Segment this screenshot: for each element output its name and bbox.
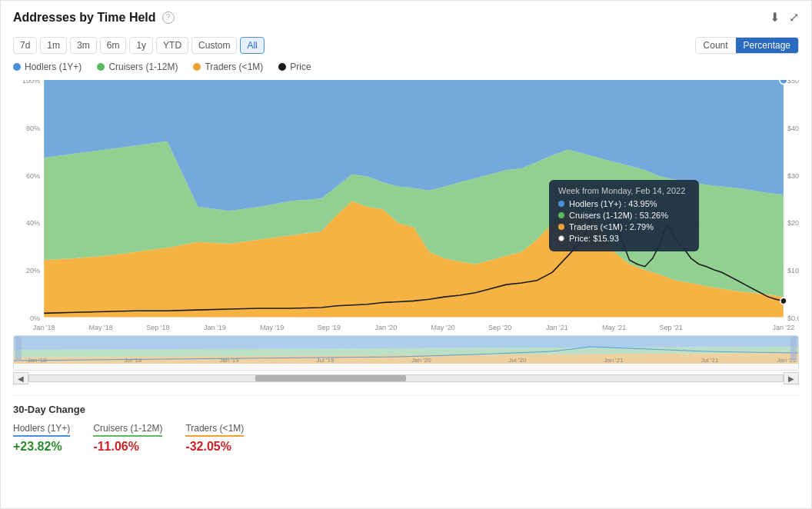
view-count-btn[interactable]: Count: [696, 38, 736, 53]
svg-text:$20.00: $20.00: [787, 219, 799, 227]
svg-text:80%: 80%: [26, 125, 40, 132]
bottom-section: 30-Day Change Hodlers (1Y+) +23.82% Crui…: [13, 395, 799, 454]
legend-hodlers: Hodlers (1Y+): [13, 62, 82, 72]
change-columns: Hodlers (1Y+) +23.82% Cruisers (1-12M) -…: [13, 423, 799, 454]
time-btn-6m[interactable]: 6m: [100, 37, 127, 54]
svg-text:Jan '18: Jan '18: [33, 323, 55, 331]
time-btn-1m[interactable]: 1m: [40, 37, 67, 54]
traders-dot: [193, 63, 201, 71]
svg-text:Jan '19: Jan '19: [219, 357, 239, 364]
chart-area: 100% 80% 60% 40% 20% 0% $50.00 $40.00 $3…: [13, 80, 799, 334]
svg-text:$50.00: $50.00: [787, 80, 799, 85]
header: Addresses by Time Held ? ⬇ ⤢: [13, 10, 799, 25]
scroll-right-arrow[interactable]: ▶: [784, 372, 799, 384]
svg-text:Jan '19: Jan '19: [204, 323, 226, 331]
svg-text:Jul '21: Jul '21: [701, 357, 719, 364]
svg-text:Jul '20: Jul '20: [509, 357, 527, 364]
hodlers-change-value: +23.82%: [13, 440, 70, 454]
svg-text:40%: 40%: [26, 219, 40, 227]
svg-text:$30.00: $30.00: [787, 172, 799, 180]
controls-row: 7d 1m 3m 6m 1y YTD Custom All Count Perc…: [13, 37, 799, 54]
time-btn-ytd[interactable]: YTD: [156, 37, 188, 54]
download-icon[interactable]: ⬇: [770, 10, 780, 25]
scroll-bar-row: ◀ ▶: [13, 372, 799, 384]
svg-text:Jan '22: Jan '22: [773, 323, 795, 331]
svg-text:Jan '21: Jan '21: [546, 323, 568, 331]
scroll-thumb[interactable]: [255, 375, 406, 381]
traders-change-label: Traders (<1M): [185, 423, 244, 437]
time-btn-1y[interactable]: 1y: [129, 37, 153, 54]
time-btn-all[interactable]: All: [240, 37, 264, 54]
svg-text:May '19: May '19: [260, 323, 284, 331]
time-buttons: 7d 1m 3m 6m 1y YTD Custom All: [13, 37, 265, 54]
view-percentage-btn[interactable]: Percentage: [736, 38, 798, 53]
hodlers-change-label: Hodlers (1Y+): [13, 423, 70, 437]
main-container: Addresses by Time Held ? ⬇ ⤢ 7d 1m 3m 6m…: [0, 0, 812, 509]
legend: Hodlers (1Y+) Cruisers (1-12M) Traders (…: [13, 62, 799, 72]
svg-point-23: [780, 80, 787, 84]
cruisers-label: Cruisers (1-12M): [108, 62, 178, 72]
svg-text:100%: 100%: [22, 80, 40, 85]
svg-text:Sep '21: Sep '21: [660, 323, 683, 331]
svg-text:60%: 60%: [26, 172, 40, 180]
legend-price: Price: [278, 62, 311, 72]
time-btn-7d[interactable]: 7d: [13, 37, 37, 54]
svg-text:0%: 0%: [30, 314, 40, 322]
legend-traders: Traders (<1M): [193, 62, 263, 72]
scroll-track: [28, 374, 784, 382]
traders-label: Traders (<1M): [205, 62, 263, 72]
svg-text:May '18: May '18: [89, 323, 113, 331]
scroll-left-arrow[interactable]: ◀: [13, 372, 28, 384]
svg-text:Sep '19: Sep '19: [318, 323, 341, 331]
svg-text:$40.00: $40.00: [787, 125, 799, 132]
svg-text:$0.00: $0.00: [787, 314, 799, 322]
svg-point-22: [780, 298, 787, 304]
legend-cruisers: Cruisers (1-12M): [97, 62, 178, 72]
cruisers-dot: [97, 63, 105, 71]
time-btn-3m[interactable]: 3m: [70, 37, 97, 54]
svg-text:Jan '20: Jan '20: [375, 323, 398, 331]
hodlers-dot: [13, 63, 21, 71]
traders-change-value: -32.05%: [185, 440, 244, 454]
cruisers-change-label: Cruisers (1-12M): [93, 423, 162, 437]
svg-text:Jul '18: Jul '18: [125, 357, 142, 364]
change-col-cruisers: Cruisers (1-12M) -11.06%: [93, 423, 185, 454]
svg-text:$10.00: $10.00: [787, 267, 799, 274]
svg-text:20%: 20%: [26, 267, 40, 274]
header-left: Addresses by Time Held ?: [13, 11, 175, 25]
nav-left-handle[interactable]: [15, 336, 22, 361]
svg-text:Jul '19: Jul '19: [317, 357, 334, 364]
cruisers-change-value: -11.06%: [93, 440, 162, 454]
chart-svg: 100% 80% 60% 40% 20% 0% $50.00 $40.00 $3…: [13, 80, 799, 334]
navigator-area: Jan '18 Jul '18 Jan '19 Jul '19 Jan '20 …: [13, 335, 799, 371]
expand-icon[interactable]: ⤢: [789, 10, 799, 25]
svg-text:Sep '20: Sep '20: [488, 323, 511, 331]
change-title: 30-Day Change: [13, 404, 799, 415]
svg-text:Jan '18: Jan '18: [27, 357, 47, 364]
page-title: Addresses by Time Held: [13, 11, 156, 25]
svg-text:Sep '18: Sep '18: [146, 323, 169, 331]
help-icon[interactable]: ?: [162, 12, 175, 24]
header-actions: ⬇ ⤢: [770, 10, 799, 25]
navigator-svg: Jan '18 Jul '18 Jan '19 Jul '19 Jan '20 …: [14, 336, 798, 364]
svg-text:May '21: May '21: [602, 323, 626, 331]
price-dot: [278, 63, 286, 71]
nav-right-handle[interactable]: [790, 336, 797, 361]
price-label: Price: [290, 62, 311, 72]
change-col-hodlers: Hodlers (1Y+) +23.82%: [13, 423, 93, 454]
hodlers-label: Hodlers (1Y+): [25, 62, 82, 72]
svg-text:Jan '21: Jan '21: [604, 357, 624, 364]
svg-text:Jan '20: Jan '20: [411, 357, 431, 364]
time-btn-custom[interactable]: Custom: [191, 37, 237, 54]
svg-text:May '20: May '20: [431, 323, 454, 331]
view-toggle: Count Percentage: [695, 37, 799, 54]
change-col-traders: Traders (<1M) -32.05%: [185, 423, 267, 454]
